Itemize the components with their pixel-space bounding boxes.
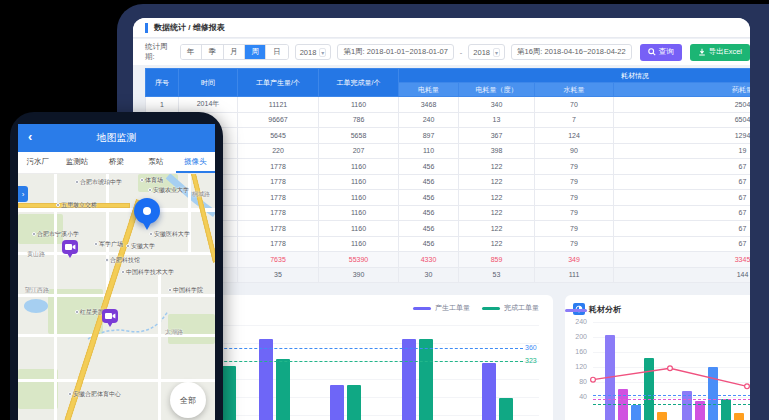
average-dashed-line: [593, 404, 750, 405]
phone-tab-桥梁[interactable]: 桥梁: [97, 152, 136, 173]
period-option[interactable]: 周: [245, 45, 266, 59]
bar-completed[interactable]: [222, 366, 236, 420]
table-cell: 456: [399, 159, 459, 175]
period-option[interactable]: 季: [202, 45, 223, 59]
bar-consumable[interactable]: [708, 367, 718, 420]
column-header[interactable]: 时间: [179, 69, 238, 97]
table-cell: 19: [614, 143, 751, 159]
table-cell: 67: [614, 236, 751, 252]
table-cell: 456: [399, 174, 459, 190]
bar-consumable[interactable]: [644, 358, 654, 420]
export-excel-button[interactable]: 导出Excel: [690, 44, 750, 61]
camera-pin[interactable]: [102, 309, 118, 323]
selected-location-pin[interactable]: [134, 198, 160, 224]
breadcrumb-bar: 数据统计 / 维修报表: [133, 18, 750, 38]
poi-dot-icon: [94, 242, 98, 246]
poi-dot-icon: [75, 310, 79, 314]
table-cell: 5658: [319, 128, 399, 144]
pin-center-dot: [143, 207, 151, 215]
table-cell: 122: [459, 159, 535, 175]
camera-pin[interactable]: [62, 240, 78, 254]
table-cell: 6504: [614, 112, 751, 128]
bar-completed[interactable]: [276, 359, 290, 420]
table-cell: 340: [459, 97, 535, 113]
bar-consumable[interactable]: [657, 412, 667, 420]
period-option[interactable]: 年: [181, 45, 202, 59]
table-cell: 79: [535, 190, 614, 206]
phone-tab-摄像头[interactable]: 摄像头: [176, 152, 215, 173]
table-cell: 55390: [319, 252, 399, 268]
week-to-field[interactable]: 第16周: 2018-04-16~2018-04-22: [511, 44, 632, 60]
repair-report-table: 序号时间工单产生量/个工单完成量/个耗材情况电耗量电耗量（度）水耗量药耗量 12…: [145, 68, 750, 283]
table-cell: 207: [319, 143, 399, 159]
table-cell: 67: [614, 174, 751, 190]
column-header[interactable]: 工单完成量/个: [319, 69, 399, 97]
map-view[interactable]: › 全部 合肥市琥珀中学体育场安徽农业大学五里墩立交桥合肥市宁溪小学安徽医科大学…: [18, 174, 215, 420]
year-to-select[interactable]: 2018 ▾: [468, 44, 505, 60]
search-button[interactable]: 查询: [640, 44, 682, 61]
table-cell: 67: [614, 221, 751, 237]
table-cell: 1160: [319, 174, 399, 190]
year-from-select[interactable]: 2018 ▾: [295, 44, 332, 60]
column-header[interactable]: 序号: [146, 69, 179, 97]
y-axis-tick: 120: [571, 363, 587, 370]
table-body: 12014年1112111603468340702504966677862401…: [146, 97, 751, 283]
poi-dot-icon: [32, 232, 36, 236]
table-cell: 7: [535, 112, 614, 128]
table-cell: 1778: [238, 221, 319, 237]
sub-column-header[interactable]: 电耗量: [399, 83, 459, 97]
bar-generated[interactable]: [330, 385, 344, 420]
bar-generated[interactable]: [402, 339, 416, 420]
download-icon: [698, 48, 706, 56]
map-road: [18, 252, 215, 255]
table-cell: 220: [238, 143, 319, 159]
map-label: 中国科学技术大学: [121, 268, 174, 277]
bar-generated[interactable]: [259, 339, 273, 420]
column-header[interactable]: 工单产生量/个: [238, 69, 319, 97]
table-cell: 2504: [614, 97, 751, 113]
sub-column-header[interactable]: 电耗量（度）: [459, 83, 535, 97]
poi-dot-icon: [121, 270, 125, 274]
table-cell: 111: [535, 267, 614, 283]
phone-tab-监测站[interactable]: 监测站: [57, 152, 96, 173]
poi-dot-icon: [75, 180, 79, 184]
table-row: 177811604561227967: [146, 159, 751, 175]
table-cell: 11121: [238, 97, 319, 113]
period-option[interactable]: 月: [224, 45, 245, 59]
phone-screen: ‹ 地图监测 污水厂监测站桥梁泵站摄像头 › 全部 合肥市琥珀中学体育场安徽农业…: [18, 124, 215, 420]
bar-completed[interactable]: [499, 398, 513, 420]
table-cell: 90: [535, 143, 614, 159]
bar-generated[interactable]: [482, 363, 496, 420]
gridline: [593, 367, 750, 368]
bar-consumable[interactable]: [631, 405, 641, 420]
table-cell: 3345: [614, 252, 751, 268]
poi-dot-icon: [126, 244, 130, 248]
bar-completed[interactable]: [419, 339, 433, 420]
table-cell: 35: [238, 267, 319, 283]
average-dashed-line: [593, 395, 750, 396]
week-from-field[interactable]: 第1周: 2018-01-01~2018-01-07: [337, 44, 453, 60]
average-dashed-line: [593, 399, 750, 400]
bar-completed[interactable]: [347, 385, 361, 420]
map-label: 太湖路: [165, 328, 183, 337]
bar-consumable[interactable]: [605, 335, 615, 420]
sub-column-header[interactable]: 水耗量: [535, 83, 614, 97]
map-label: 安徽合肥体育中心: [68, 390, 121, 399]
back-chevron-icon[interactable]: ‹: [28, 129, 32, 144]
phone-tab-污水厂[interactable]: 污水厂: [18, 152, 57, 173]
table-cell: 3468: [399, 97, 459, 113]
breadcrumb-accent-tick: [145, 23, 148, 33]
y-axis-tick: 200: [571, 333, 587, 340]
filter-bar: 统计周期: 年季月周日 2018 ▾ 第1周: 2018-01-01~2018-…: [133, 39, 750, 65]
average-row: 平均值353903053111144: [146, 267, 751, 283]
poi-dot-icon: [168, 288, 172, 292]
y-axis-tick: 240: [571, 318, 587, 325]
period-option[interactable]: 日: [266, 45, 287, 59]
bar-consumable[interactable]: [734, 413, 744, 420]
map-label: 体育场: [140, 176, 163, 185]
table-cell: 1160: [319, 159, 399, 175]
phone-tab-泵站[interactable]: 泵站: [136, 152, 175, 173]
bar-consumable[interactable]: [721, 399, 731, 420]
sub-column-header[interactable]: 药耗量: [614, 83, 751, 97]
period-segmented-control[interactable]: 年季月周日: [180, 44, 289, 60]
